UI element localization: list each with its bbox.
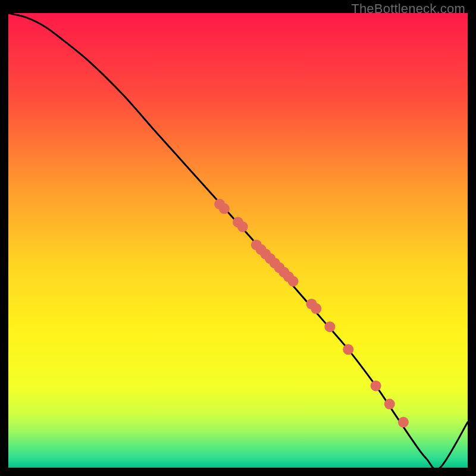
- highlight-point: [324, 321, 335, 332]
- highlight-point: [288, 276, 299, 287]
- highlight-point: [343, 344, 353, 355]
- chart-svg: [8, 13, 468, 468]
- highlight-point: [398, 417, 409, 428]
- chart-background-gradient: [8, 13, 468, 468]
- highlight-point: [219, 203, 230, 214]
- watermark-label: TheBottleneck.com: [351, 1, 465, 17]
- highlight-point: [384, 399, 395, 409]
- highlight-point: [237, 221, 248, 232]
- highlight-point: [371, 380, 381, 391]
- chart-frame: [8, 13, 468, 468]
- highlight-point: [311, 303, 321, 314]
